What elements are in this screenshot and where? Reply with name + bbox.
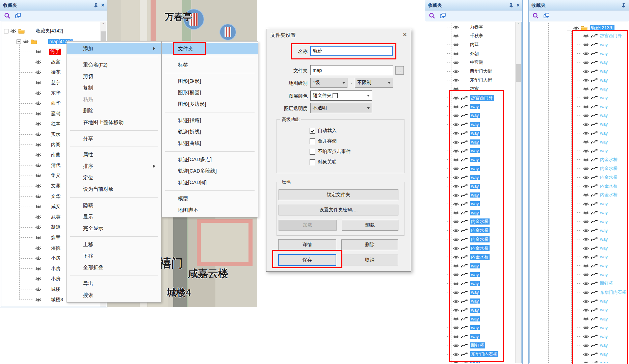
tree-row[interactable]: 内金水桥: [426, 235, 516, 244]
tree-row[interactable]: way: [426, 137, 516, 146]
eye-icon[interactable]: [453, 334, 459, 339]
tree-row[interactable]: 内金水桥: [426, 217, 516, 226]
tree-row[interactable]: way: [530, 40, 622, 49]
tree-row[interactable]: way: [530, 297, 622, 306]
eye-icon[interactable]: [583, 149, 589, 153]
eye-icon[interactable]: [453, 308, 459, 312]
menu-item[interactable]: 重命名(F2): [67, 59, 161, 71]
menu-item[interactable]: [67, 273, 161, 278]
tree-row[interactable]: way: [426, 279, 516, 288]
eye-icon[interactable]: [583, 86, 589, 91]
menu-item[interactable]: [67, 195, 161, 200]
tree-row[interactable]: way: [426, 182, 516, 190]
menu-item[interactable]: 定位: [67, 172, 161, 183]
scroll-thumb[interactable]: [516, 64, 521, 82]
menu-item[interactable]: 上移: [67, 239, 161, 250]
eye-icon[interactable]: [35, 297, 42, 302]
layer-color-select[interactable]: 随文件夹: [310, 90, 372, 101]
menu-item[interactable]: 轨迹[折线]: [162, 126, 258, 137]
close-icon[interactable]: ×: [403, 31, 407, 38]
tree-row[interactable]: 内金水桥: [426, 244, 516, 253]
menu-item[interactable]: 设为当前对象: [67, 183, 161, 195]
scroll-up-icon[interactable]: ^: [516, 22, 521, 27]
menu-item[interactable]: [67, 54, 161, 59]
eye-icon[interactable]: [583, 325, 589, 330]
eye-icon[interactable]: [583, 60, 589, 65]
eye-icon[interactable]: [453, 202, 459, 206]
eye-icon[interactable]: [583, 334, 589, 339]
menu-item[interactable]: [67, 234, 161, 239]
tree-row[interactable]: 东华门大街: [426, 76, 516, 84]
eye-icon[interactable]: [453, 140, 459, 145]
eye-icon[interactable]: [573, 26, 579, 30]
tree-row[interactable]: way: [530, 350, 622, 359]
eye-icon[interactable]: [583, 139, 589, 144]
eye-icon[interactable]: [583, 255, 589, 259]
eye-icon[interactable]: [453, 51, 459, 56]
eye-icon[interactable]: [453, 113, 459, 118]
tree-row[interactable]: way: [530, 235, 622, 243]
tree-row[interactable]: way: [426, 155, 516, 164]
menu-item[interactable]: 全部折叠: [67, 262, 161, 273]
tree-row[interactable]: way: [426, 332, 516, 341]
copy-layers-icon[interactable]: [15, 12, 22, 20]
set-password-button[interactable]: 设置文件夹密码 ...: [279, 205, 398, 215]
checkbox-box-icon[interactable]: [310, 149, 315, 155]
eye-icon[interactable]: [453, 175, 459, 180]
eye-icon[interactable]: [35, 70, 42, 75]
tree-row[interactable]: way: [530, 200, 622, 208]
tree-row[interactable]: way: [426, 191, 516, 200]
eye-icon[interactable]: [35, 80, 42, 85]
eye-icon[interactable]: [453, 281, 459, 286]
tree-row[interactable]: way: [530, 58, 622, 67]
map-level-min-select[interactable]: 1级: [310, 78, 347, 88]
tree-row[interactable]: 万春亭: [426, 23, 516, 31]
menu-item[interactable]: [162, 110, 258, 114]
menu-item[interactable]: 轨迹[CAD圆]: [162, 177, 258, 188]
tree-row[interactable]: way: [426, 200, 516, 208]
eye-icon[interactable]: [453, 25, 459, 29]
menu-item[interactable]: 图形[矩形]: [162, 75, 258, 87]
tree-row[interactable]: way: [426, 297, 516, 306]
checkbox-box-icon[interactable]: [310, 159, 315, 165]
eye-icon[interactable]: [453, 237, 459, 242]
eye-icon[interactable]: [35, 225, 42, 230]
tree-row[interactable]: way: [530, 323, 622, 332]
tree-row[interactable]: 断虹桥: [426, 341, 516, 350]
eye-icon[interactable]: [453, 343, 459, 348]
eye-icon[interactable]: [35, 173, 42, 178]
eye-icon[interactable]: [453, 96, 459, 100]
menu-item[interactable]: 属性: [67, 149, 161, 160]
tree-row[interactable]: way: [426, 270, 516, 279]
tree-row[interactable]: way: [530, 137, 622, 146]
search-icon[interactable]: [532, 12, 540, 20]
tree-row[interactable]: 内金水桥: [530, 173, 622, 182]
checkbox-box-icon[interactable]: [310, 128, 315, 134]
tree-row[interactable]: way: [530, 253, 622, 261]
scrollbar[interactable]: ^: [515, 22, 521, 363]
eye-icon[interactable]: [453, 42, 459, 47]
tree-row[interactable]: 故宫西门外: [530, 31, 622, 40]
tree-row[interactable]: way: [530, 314, 622, 323]
eye-icon[interactable]: [35, 122, 42, 126]
save-button[interactable]: 保存: [278, 254, 336, 266]
menu-item[interactable]: 添加: [67, 43, 161, 54]
tree-row[interactable]: 断虹桥: [530, 279, 622, 288]
menu-item[interactable]: [67, 144, 161, 149]
eye-icon[interactable]: [583, 42, 589, 47]
eye-icon[interactable]: [453, 131, 459, 135]
eye-icon[interactable]: [453, 78, 459, 82]
eye-icon[interactable]: [35, 194, 42, 199]
tree-row[interactable]: 内金水桥: [530, 164, 622, 173]
pin-icon[interactable]: [621, 3, 626, 8]
copy-layers-icon[interactable]: [543, 12, 550, 20]
eye-icon[interactable]: [583, 290, 589, 295]
menu-item[interactable]: 地图脚本: [162, 204, 258, 216]
tree-row[interactable]: 东华门内石桥: [530, 288, 622, 296]
eye-icon[interactable]: [453, 60, 459, 65]
tree-row[interactable]: way: [426, 102, 516, 111]
eye-icon[interactable]: [35, 215, 42, 219]
tree-row[interactable]: 外朝: [426, 49, 516, 58]
eye-icon[interactable]: [35, 142, 42, 147]
eye-icon[interactable]: [583, 281, 589, 286]
